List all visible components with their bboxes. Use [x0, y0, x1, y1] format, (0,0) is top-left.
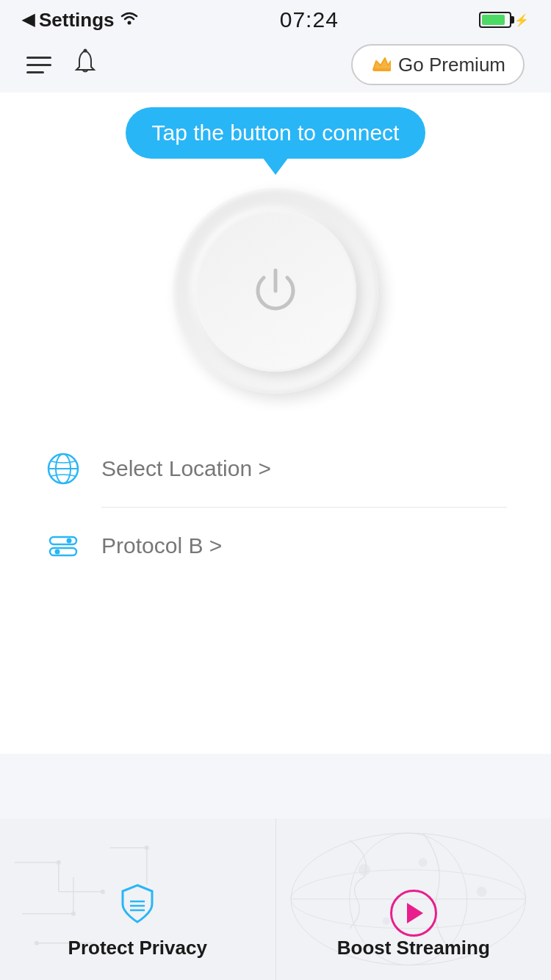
play-triangle — [407, 903, 423, 923]
header-nav: Go Premium — [0, 37, 551, 93]
notification-icon[interactable] — [72, 48, 98, 82]
power-button-wrapper — [173, 188, 378, 394]
play-icon — [390, 890, 437, 937]
protect-privacy-label: Protect Privacy — [68, 937, 207, 959]
menu-icon[interactable] — [26, 57, 51, 73]
svg-point-9 — [67, 538, 72, 544]
power-icon — [246, 262, 305, 320]
wifi-icon — [119, 10, 140, 30]
time-display: 07:24 — [280, 7, 339, 32]
svg-point-32 — [358, 864, 370, 876]
tooltip-text: Tap the button to connect — [152, 120, 400, 145]
hamburger-line-1 — [26, 57, 51, 59]
svg-point-35 — [382, 918, 389, 925]
shield-icon — [114, 879, 161, 926]
main-content: Tap the button to connect — [0, 93, 551, 754]
battery-fill — [482, 15, 505, 25]
protect-privacy-card[interactable]: Protect Privacy — [0, 818, 276, 980]
svg-point-24 — [35, 941, 39, 945]
go-premium-button[interactable]: Go Premium — [351, 44, 525, 85]
bottom-section: Protect Privacy Boost Streaming — [0, 818, 551, 980]
svg-point-33 — [418, 858, 427, 867]
hamburger-line-2 — [26, 64, 51, 66]
svg-point-34 — [476, 887, 486, 897]
nav-left — [26, 48, 98, 82]
boost-streaming-label: Boost Streaming — [337, 937, 490, 959]
battery-icon — [479, 12, 511, 28]
globe-icon — [44, 450, 82, 488]
svg-rect-8 — [50, 537, 76, 544]
svg-point-0 — [127, 21, 131, 25]
hamburger-line-3 — [26, 71, 44, 73]
settings-label[interactable]: Settings — [39, 9, 115, 32]
protocol-label: Protocol B > — [101, 533, 222, 558]
svg-point-11 — [55, 550, 60, 555]
crown-icon — [370, 53, 391, 76]
power-button[interactable] — [173, 188, 378, 394]
back-arrow-icon[interactable]: ◀ — [22, 10, 35, 29]
connect-tooltip: Tap the button to connect — [126, 107, 426, 159]
menu-section: Select Location > Protocol B > — [0, 430, 551, 584]
svg-point-1 — [84, 48, 87, 52]
protocol-item[interactable]: Protocol B > — [44, 508, 507, 584]
select-location-item[interactable]: Select Location > — [44, 430, 507, 507]
status-bar: ◀ Settings 07:24 ⚡ — [0, 0, 551, 37]
svg-point-19 — [71, 912, 76, 916]
svg-rect-10 — [50, 548, 76, 555]
select-location-label: Select Location > — [101, 456, 271, 481]
boost-streaming-card[interactable]: Boost Streaming — [276, 818, 552, 980]
svg-point-15 — [57, 860, 61, 865]
charging-icon: ⚡ — [514, 13, 529, 27]
protocol-icon — [44, 527, 82, 565]
battery-indicator: ⚡ — [479, 12, 529, 28]
svg-point-22 — [145, 846, 149, 850]
power-button-inner — [195, 210, 356, 372]
tooltip-container: Tap the button to connect — [126, 107, 426, 159]
premium-label: Go Premium — [398, 54, 505, 76]
status-left: ◀ Settings — [22, 9, 140, 32]
svg-point-16 — [101, 890, 105, 894]
status-right: ⚡ — [479, 12, 529, 28]
